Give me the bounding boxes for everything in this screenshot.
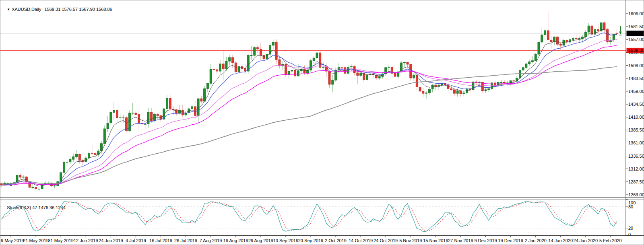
candle bbox=[144, 123, 146, 130]
candle bbox=[472, 80, 474, 92]
date-tick-label: 10 Sep 2019 bbox=[273, 238, 298, 243]
candle bbox=[135, 111, 137, 117]
date-tick-label: 5 Nov 2019 bbox=[399, 238, 422, 243]
date-tick-label: 14 Jan 2020 bbox=[548, 238, 573, 243]
candle bbox=[544, 29, 546, 40]
current-price-badge-text: 1568.86 bbox=[628, 31, 644, 36]
date-tick-label: 2 Oct 2019 bbox=[325, 238, 347, 243]
candle bbox=[609, 37, 611, 45]
ma-line-ema24 bbox=[2, 39, 617, 185]
candle bbox=[97, 149, 99, 157]
reference-lines-layer bbox=[0, 33, 626, 51]
candle bbox=[157, 113, 159, 119]
sell-arrow-icon bbox=[619, 26, 622, 35]
date-tick-label: 2 Jan 2020 bbox=[524, 238, 546, 243]
candle bbox=[85, 156, 87, 163]
candle bbox=[75, 150, 77, 159]
candle bbox=[66, 160, 68, 165]
candle bbox=[147, 108, 149, 128]
price-tick-label: 1483.50 bbox=[628, 76, 644, 81]
candle bbox=[328, 70, 330, 88]
candle bbox=[182, 105, 184, 117]
candle bbox=[369, 71, 371, 79]
candle bbox=[94, 152, 96, 159]
candle bbox=[141, 118, 143, 125]
stoch-tick-label: 20 bbox=[628, 226, 633, 231]
candle bbox=[410, 64, 412, 81]
ma-line-ema12 bbox=[2, 33, 617, 185]
candle bbox=[559, 42, 561, 51]
candle bbox=[547, 11, 549, 42]
candle bbox=[350, 64, 352, 71]
candle bbox=[210, 64, 212, 85]
price-tick-label: 1606.00 bbox=[628, 11, 644, 16]
candle bbox=[138, 110, 140, 130]
candle bbox=[600, 22, 602, 33]
price-tick-label: 1557.00 bbox=[628, 37, 644, 42]
candle bbox=[32, 184, 34, 189]
date-tick-label: 26 Jul 2019 bbox=[174, 238, 197, 243]
candle bbox=[300, 68, 302, 73]
candle bbox=[151, 108, 153, 123]
candle bbox=[103, 126, 105, 144]
chart-canvas[interactable]: 1606.001581.501557.001532.501508.001483.… bbox=[0, 0, 644, 245]
candle bbox=[588, 23, 590, 35]
candle bbox=[538, 42, 540, 56]
chart-window: 1606.001581.501557.001532.501508.001483.… bbox=[0, 0, 644, 245]
candle bbox=[525, 63, 527, 69]
candle bbox=[425, 91, 427, 99]
candle bbox=[338, 63, 340, 73]
date-tick-label: 24 Jun 2019 bbox=[99, 238, 123, 243]
price-tick-label: 1434.50 bbox=[628, 102, 644, 107]
price-tick-label: 1361.00 bbox=[628, 140, 644, 145]
date-tick-label: 27 Nov 2019 bbox=[448, 238, 473, 243]
time-axis[interactable]: 9 May 201921 May 201931 May 201912 Jun 2… bbox=[1, 236, 622, 243]
candle bbox=[366, 74, 368, 82]
candle bbox=[279, 57, 281, 69]
candle bbox=[82, 159, 84, 165]
candle bbox=[319, 51, 321, 69]
candle bbox=[235, 61, 237, 74]
candle bbox=[241, 66, 243, 72]
candle bbox=[297, 64, 299, 77]
candle bbox=[575, 34, 577, 43]
candle bbox=[119, 113, 121, 121]
candle bbox=[378, 74, 380, 80]
candle bbox=[254, 46, 256, 56]
price-tick-label: 1508.00 bbox=[628, 63, 644, 68]
price-tick-label: 1312.00 bbox=[628, 167, 644, 171]
candle bbox=[535, 53, 537, 61]
candle bbox=[591, 25, 593, 37]
candle bbox=[294, 70, 296, 78]
candle bbox=[250, 46, 252, 60]
candle bbox=[116, 109, 118, 123]
candle bbox=[91, 144, 93, 155]
candle bbox=[335, 68, 337, 82]
candle bbox=[497, 81, 499, 88]
candle bbox=[247, 54, 249, 74]
candle bbox=[63, 161, 65, 173]
date-tick-label: 7 Aug 2019 bbox=[200, 238, 222, 243]
candle bbox=[494, 80, 496, 89]
candle bbox=[222, 51, 224, 80]
candle bbox=[275, 39, 277, 64]
stoch-axis[interactable]: 10080200 bbox=[626, 200, 636, 237]
price-axis[interactable]: 1606.001581.501557.001532.501508.001483.… bbox=[626, 11, 644, 197]
date-tick-label: 16 Jul 2019 bbox=[149, 238, 172, 243]
candle bbox=[260, 43, 262, 60]
price-tick-label: 1287.50 bbox=[628, 179, 644, 184]
candle bbox=[557, 36, 559, 46]
candle bbox=[110, 110, 112, 124]
ma-lines-layer bbox=[2, 29, 617, 186]
candle bbox=[204, 86, 206, 102]
candle bbox=[460, 90, 462, 97]
candle bbox=[463, 92, 465, 96]
candle bbox=[313, 56, 315, 64]
candle bbox=[616, 29, 618, 34]
ma-line-sma100 bbox=[2, 67, 617, 185]
date-tick-label: 24 Jan 2020 bbox=[574, 238, 598, 243]
candle bbox=[206, 83, 208, 93]
candle bbox=[607, 28, 609, 43]
candle bbox=[491, 82, 493, 90]
ma-line-ema36 bbox=[2, 45, 617, 185]
